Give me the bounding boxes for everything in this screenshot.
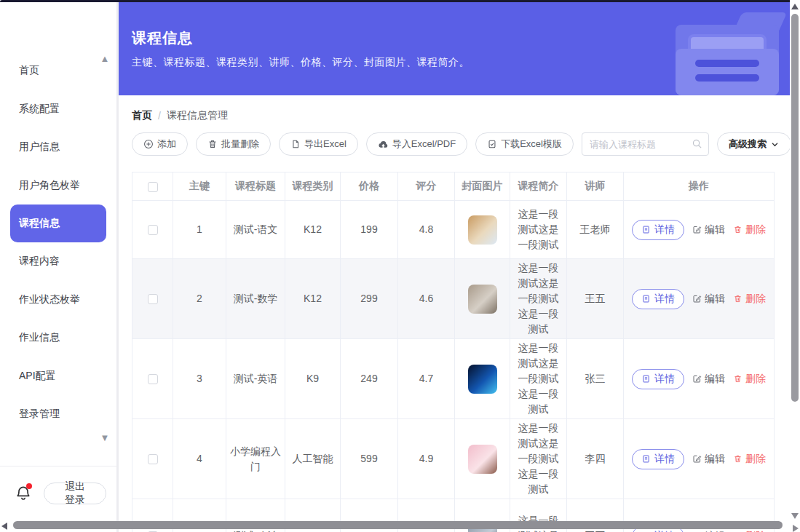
vertical-scrollbar-thumb[interactable]	[791, 14, 799, 402]
cover-image	[468, 365, 497, 394]
sidebar-item-api-config[interactable]: API配置	[0, 357, 116, 396]
cell-price: 249	[341, 339, 398, 419]
vertical-scrollbar[interactable]	[790, 0, 800, 532]
edit-pencil-icon	[692, 454, 702, 464]
scroll-right-arrow-icon[interactable]	[793, 525, 799, 532]
cell-price: 599	[341, 419, 398, 499]
header-rating: 评分	[398, 172, 455, 201]
horizontal-scrollbar[interactable]	[0, 520, 800, 532]
sidebar-item-course-info[interactable]: 课程信息	[10, 205, 106, 242]
breadcrumb-home[interactable]: 首页	[132, 109, 152, 122]
header-title: 课程标题	[226, 172, 285, 201]
header-id: 主键	[173, 172, 226, 201]
detail-doc-icon	[641, 374, 651, 384]
sidebar-item-label: 课程内容	[19, 255, 60, 268]
detail-button[interactable]: 详情	[632, 449, 684, 469]
detail-button[interactable]: 详情	[632, 289, 684, 309]
export-excel-button[interactable]: 导出Excel	[279, 132, 358, 156]
sidebar-item-homework-status-enum[interactable]: 作业状态枚举	[0, 281, 116, 319]
breadcrumb-current: 课程信息管理	[167, 109, 228, 122]
sidebar-item-user-info[interactable]: 用户信息	[0, 128, 116, 167]
advanced-search-button[interactable]: 高级搜索	[717, 132, 791, 156]
select-all-checkbox[interactable]	[148, 182, 158, 192]
folder-illustration-icon	[676, 12, 779, 95]
scroll-up-arrow-icon[interactable]	[791, 4, 799, 9]
cover-image	[468, 445, 497, 474]
sidebar-item-home[interactable]: 首页	[0, 52, 116, 90]
breadcrumb-separator: /	[158, 110, 161, 122]
row-checkbox[interactable]	[148, 454, 158, 464]
import-excel-button[interactable]: 导入Excel/PDF	[366, 132, 467, 156]
cell-rating: 4.9	[398, 419, 455, 499]
detail-button[interactable]: 详情	[632, 369, 684, 389]
notification-bell-icon[interactable]	[15, 485, 32, 502]
sidebar-item-label: 系统配置	[19, 103, 60, 116]
page-subtitle: 主键、课程标题、课程类别、讲师、价格、评分、封面图片、课程简介。	[132, 56, 470, 69]
sidebar-item-label: API配置	[19, 370, 56, 383]
chevron-down-icon	[770, 140, 780, 149]
cover-image	[468, 215, 497, 245]
page-banner: 课程信息 主键、课程标题、课程类别、讲师、价格、评分、封面图片、课程简介。	[119, 2, 790, 95]
logout-button[interactable]: 退出登录	[44, 483, 106, 504]
sidebar-item-user-role-enum[interactable]: 用户角色枚举	[0, 167, 116, 205]
batch-delete-button[interactable]: 批量删除	[196, 132, 271, 156]
scroll-down-arrow-icon[interactable]	[791, 513, 799, 519]
sidebar-item-label: 用户角色枚举	[19, 179, 80, 192]
header-actions: 操作	[624, 172, 775, 201]
plus-circle-icon	[143, 139, 154, 149]
table-row: 4 小学编程入门 人工智能 599 4.9 这是一段测试这是一段测试这是一段测试…	[132, 419, 775, 499]
header-category: 课程类别	[285, 172, 341, 201]
delete-button[interactable]: 删除	[733, 223, 766, 237]
window-top-edge	[0, 0, 800, 2]
search-input[interactable]	[582, 132, 709, 156]
horizontal-scrollbar-thumb[interactable]	[13, 521, 783, 529]
search-box	[582, 132, 709, 156]
sidebar-item-label: 首页	[19, 64, 39, 77]
cell-price: 199	[341, 201, 398, 259]
table-row: 1 测试-语文 K12 199 4.8 这是一段测试这是一段测试 王老师	[132, 201, 775, 259]
delete-button[interactable]: 删除	[733, 453, 766, 466]
search-icon[interactable]	[692, 138, 702, 152]
edit-button[interactable]: 编辑	[692, 453, 725, 466]
sidebar-item-course-content[interactable]: 课程内容	[0, 242, 116, 281]
cell-intro: 这是一段测试这是一段测试这是一段测试	[510, 419, 567, 499]
scroll-left-arrow-icon[interactable]	[1, 523, 7, 530]
cell-intro: 这是一段测试这是一段测试这是一段测试	[510, 259, 567, 339]
cell-category: K12	[285, 201, 341, 259]
trash-icon	[733, 225, 742, 234]
row-checkbox[interactable]	[148, 294, 158, 304]
cloud-upload-icon	[378, 139, 389, 150]
page-title: 课程信息	[132, 28, 193, 48]
breadcrumb: 首页 / 课程信息管理	[132, 109, 228, 122]
trash-icon	[733, 454, 742, 464]
cell-intro: 这是一段测试这是一段测试这是一段测试	[510, 339, 567, 419]
notification-badge	[26, 483, 32, 489]
trash-icon	[207, 139, 218, 149]
cell-category: 人工智能	[285, 419, 341, 499]
cell-id: 4	[173, 419, 226, 499]
edit-button[interactable]: 编辑	[692, 373, 725, 386]
edit-pencil-icon	[692, 225, 702, 234]
download-template-button[interactable]: 下载Excel模版	[475, 132, 574, 156]
sidebar-nav: 首页 系统配置 用户信息 用户角色枚举 课程信息 课程内容 作业状态枚举 作业信…	[0, 52, 116, 434]
delete-button[interactable]: 删除	[733, 373, 766, 386]
delete-button[interactable]: 删除	[733, 293, 766, 306]
sidebar-scroll-down-icon[interactable]: ▼	[98, 432, 112, 443]
sidebar-item-login-manage[interactable]: 登录管理	[0, 395, 116, 434]
detail-button[interactable]: 详情	[632, 220, 684, 240]
sidebar-item-homework-info[interactable]: 作业信息	[0, 319, 116, 357]
row-checkbox[interactable]	[148, 225, 158, 235]
cover-image	[468, 285, 497, 314]
app-window: ▲ 首页 系统配置 用户信息 用户角色枚举 课程信息 课程内容 作业状态枚举 作…	[0, 0, 800, 532]
course-table: 主键 课程标题 课程类别 价格 评分 封面图片 课程简介 讲师 操作	[132, 172, 774, 532]
row-checkbox[interactable]	[148, 374, 158, 384]
detail-doc-icon	[641, 454, 651, 464]
table-row: 2 测试-数学 K12 299 4.6 这是一段测试这是一段测试这是一段测试 王…	[132, 259, 775, 339]
doc-check-icon	[487, 139, 497, 149]
sidebar-item-label: 用户信息	[19, 140, 60, 154]
add-button[interactable]: 添加	[132, 132, 188, 156]
edit-button[interactable]: 编辑	[692, 223, 725, 237]
sidebar-item-system-config[interactable]: 系统配置	[0, 90, 116, 129]
edit-button[interactable]: 编辑	[692, 293, 725, 306]
cell-teacher: 王五	[567, 259, 624, 339]
